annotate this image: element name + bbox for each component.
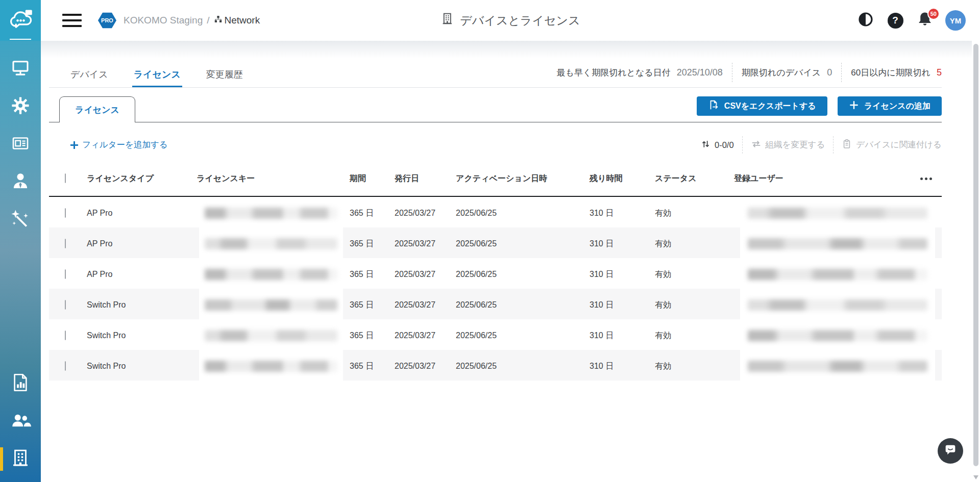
license-summary: 最も早く期限切れとなる日付 2025/10/08 期限切れのデバイス 0 60日…	[556, 63, 942, 87]
row-checkbox[interactable]	[65, 300, 66, 310]
sidebar-item-settings[interactable]	[0, 97, 41, 116]
users-icon	[10, 410, 31, 433]
sidebar-item-monitoring[interactable]	[0, 59, 41, 79]
export-csv-label: CSVをエクスポートする	[724, 101, 816, 112]
building-icon	[10, 447, 31, 471]
help-button[interactable]: ?	[886, 11, 904, 30]
cell-issued: 2025/03/27	[395, 331, 456, 340]
newspaper-icon	[10, 133, 31, 156]
breadcrumb-separator: /	[207, 15, 209, 26]
tab-licenses[interactable]: ライセンス	[132, 68, 182, 87]
tab-history[interactable]: 変更履歴	[205, 68, 244, 87]
row-checkbox[interactable]	[65, 208, 66, 218]
col-status: ステータス	[655, 173, 734, 184]
col-license-type: ライセンスタイプ	[87, 173, 197, 184]
cell-activated: 2025/06/25	[456, 362, 590, 371]
scrollbar-thumb[interactable]	[973, 44, 978, 466]
cell-activated: 2025/06/25	[456, 331, 590, 340]
table-row[interactable]: AP Pro 365 日 2025/03/27 2025/06/25 310 日…	[49, 258, 942, 289]
row-checkbox[interactable]	[65, 269, 66, 279]
sort-range-control[interactable]: 0-0/0	[701, 139, 734, 151]
table-row[interactable]: Switch Pro 365 日 2025/03/27 2025/06/25 3…	[49, 350, 942, 380]
table-row[interactable]: Switch Pro 365 日 2025/03/27 2025/06/25 3…	[49, 319, 942, 350]
cloud-chat-logo-icon	[7, 6, 34, 35]
add-license-button[interactable]: ライセンスの追加	[838, 96, 942, 116]
report-chart-icon	[10, 372, 31, 395]
cell-license-type: Switch Pro	[87, 331, 197, 340]
cell-activated: 2025/06/25	[456, 300, 590, 310]
cell-term: 365 日	[350, 239, 395, 249]
cell-license-type: Switch Pro	[87, 362, 197, 371]
cell-status: 有効	[655, 208, 734, 219]
export-file-icon	[708, 99, 719, 113]
sidebar-item-tools[interactable]	[0, 210, 41, 230]
add-license-label: ライセンスの追加	[864, 101, 930, 112]
summary-divider	[841, 63, 842, 82]
cell-remaining: 310 日	[590, 269, 655, 280]
cell-term: 365 日	[350, 300, 395, 311]
gear-icon	[10, 95, 31, 118]
header-actions: ? 50 YM	[856, 10, 966, 31]
tab-devices[interactable]: デバイス	[69, 68, 110, 87]
plus-icon	[849, 100, 859, 112]
building-title-icon	[440, 12, 454, 29]
cell-issued: 2025/03/27	[395, 239, 456, 248]
col-term: 期間	[350, 173, 395, 184]
subtab-licenses[interactable]: ライセンス	[59, 96, 135, 122]
cell-term: 365 日	[350, 331, 395, 341]
sidebar-item-users[interactable]	[0, 412, 41, 431]
column-menu-icon[interactable]	[920, 177, 942, 180]
row-checkbox[interactable]	[65, 331, 66, 340]
app-logo[interactable]	[0, 0, 41, 41]
chat-widget-button[interactable]	[938, 438, 963, 464]
change-org-button[interactable]: 組織を変更する	[751, 139, 825, 151]
breadcrumb-network[interactable]: Network	[214, 15, 260, 26]
select-all-checkbox[interactable]	[65, 173, 66, 183]
redacted-license-key	[205, 361, 337, 372]
redacted-user	[748, 238, 927, 249]
sort-arrows-icon	[701, 139, 710, 151]
sidebar-item-account[interactable]	[0, 172, 41, 192]
notification-count-badge: 50	[927, 8, 940, 20]
cell-issued: 2025/03/27	[395, 209, 456, 218]
table-row[interactable]: AP Pro 365 日 2025/03/27 2025/06/25 310 日…	[49, 227, 942, 258]
theme-contrast-button[interactable]	[856, 11, 875, 30]
add-filter-label: フィルターを追加する	[82, 139, 168, 150]
cell-status: 有効	[655, 239, 734, 249]
table-toolbar: フィルターを追加する 0-0/0	[49, 122, 942, 161]
col-issued: 発行日	[395, 173, 456, 184]
sidebar-item-organization[interactable]	[0, 449, 41, 469]
scrollbar-down-arrow-icon[interactable]	[973, 475, 978, 479]
sidebar-item-reports[interactable]	[0, 374, 41, 393]
sidebar-item-news[interactable]	[0, 135, 41, 154]
col-registered-user: 登録ユーザー	[734, 173, 917, 184]
row-checkbox[interactable]	[65, 239, 66, 248]
menu-toggle-button[interactable]	[62, 14, 82, 27]
page-title-text: デバイスとライセンス	[460, 13, 580, 29]
table-row[interactable]: Switch Pro 365 日 2025/03/27 2025/06/25 3…	[49, 289, 942, 319]
notifications-button[interactable]: 50	[916, 11, 934, 30]
col-license-key: ライセンスキー	[197, 173, 350, 184]
logo-divider	[10, 39, 31, 40]
expiring-soon-label: 60日以内に期限切れ	[851, 67, 930, 79]
cell-issued: 2025/03/27	[395, 362, 456, 371]
table-row[interactable]: AP Pro 365 日 2025/03/27 2025/06/25 310 日…	[49, 197, 942, 227]
link-device-button[interactable]: デバイスに関連付ける	[842, 139, 942, 151]
row-checkbox[interactable]	[65, 361, 66, 371]
cell-remaining: 310 日	[590, 331, 655, 341]
expired-devices-label: 期限切れのデバイス	[742, 67, 821, 79]
breadcrumb-organization[interactable]: KOKOMO Staging	[124, 15, 203, 26]
sidebar-nav-bottom	[0, 374, 41, 469]
cell-issued: 2025/03/27	[395, 300, 456, 310]
monitor-icon	[10, 57, 31, 81]
redacted-license-key	[205, 238, 337, 249]
col-activated: アクティベーション日時	[456, 173, 590, 184]
expiring-soon-value: 5	[937, 67, 942, 78]
cell-license-type: AP Pro	[87, 239, 197, 248]
plus-icon	[70, 141, 78, 149]
user-avatar[interactable]: YM	[945, 10, 966, 31]
cell-activated: 2025/06/25	[456, 239, 590, 248]
cell-remaining: 310 日	[590, 239, 655, 249]
add-filter-link[interactable]: フィルターを追加する	[70, 139, 168, 150]
export-csv-button[interactable]: CSVをエクスポートする	[697, 96, 827, 116]
